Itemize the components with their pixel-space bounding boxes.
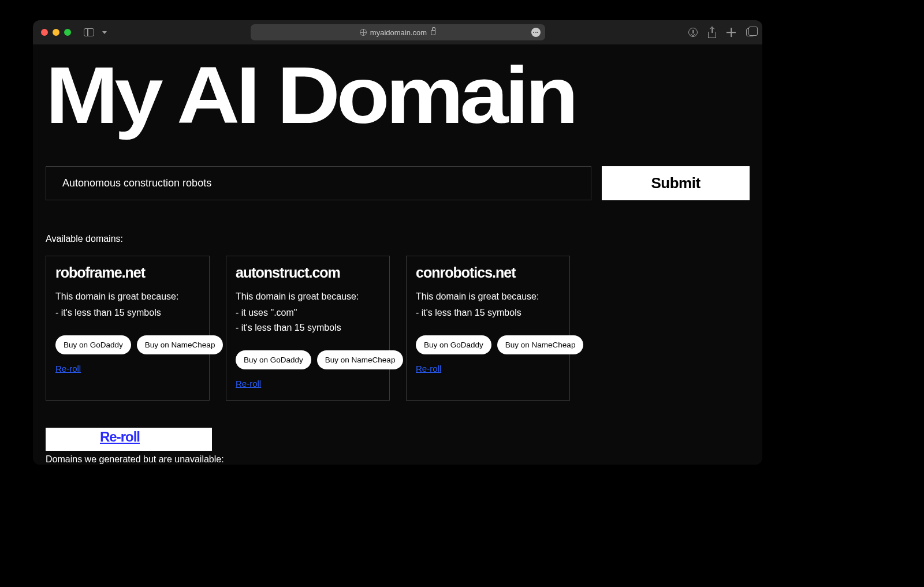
window-controls — [41, 29, 71, 36]
reason-item: - it's less than 15 symbols — [236, 323, 380, 333]
globe-icon — [360, 29, 367, 36]
domain-name: autonstruct.com — [236, 264, 380, 281]
unavailable-domains-label: Domains we generated but are unavailable… — [46, 454, 224, 465]
reroll-link[interactable]: Re-roll — [55, 364, 81, 373]
reason-item: - it's less than 15 symbols — [55, 308, 200, 318]
address-url: myaidomain.com — [370, 28, 427, 37]
reroll-link[interactable]: Re-roll — [416, 364, 441, 373]
buy-namecheap-button[interactable]: Buy on NameCheap — [497, 335, 584, 354]
lock-icon — [431, 30, 435, 35]
idea-input[interactable] — [46, 166, 591, 200]
search-row: Submit — [46, 166, 750, 200]
reason-item: - it's less than 15 symbols — [416, 308, 560, 318]
sidebar-toggle-icon[interactable] — [84, 28, 94, 36]
reason-intro: This domain is great because: — [55, 291, 200, 302]
chevron-down-icon[interactable] — [102, 31, 107, 34]
domain-name: roboframe.net — [55, 264, 200, 281]
big-reroll-label: Re-roll — [100, 429, 140, 445]
new-tab-icon[interactable] — [726, 28, 736, 37]
domain-card: roboframe.net This domain is great becau… — [46, 256, 210, 401]
buy-row: Buy on GoDaddy Buy on NameCheap — [236, 350, 380, 369]
reroll-link[interactable]: Re-roll — [236, 379, 261, 388]
browser-window: myaidomain.com My AI Domain Submit Avail… — [33, 20, 762, 465]
buy-godaddy-button[interactable]: Buy on GoDaddy — [55, 335, 131, 354]
downloads-icon[interactable] — [688, 28, 698, 37]
page-title: My AI Domain — [46, 59, 762, 132]
minimize-icon[interactable] — [53, 29, 59, 36]
browser-toolbar: myaidomain.com — [33, 20, 762, 44]
reason-intro: This domain is great because: — [236, 291, 380, 302]
buy-row: Buy on GoDaddy Buy on NameCheap — [55, 335, 200, 354]
ellipsis-icon[interactable] — [531, 28, 541, 37]
big-reroll-container: Re-roll — [46, 428, 212, 453]
share-icon[interactable] — [708, 32, 716, 38]
buy-namecheap-button[interactable]: Buy on NameCheap — [137, 335, 223, 354]
domain-cards: roboframe.net This domain is great becau… — [46, 256, 750, 401]
reason-item: - it uses ".com" — [236, 308, 380, 318]
domain-card: conrobotics.net This domain is great bec… — [406, 256, 570, 401]
available-domains-label: Available domains: — [46, 234, 750, 244]
buy-godaddy-button[interactable]: Buy on GoDaddy — [416, 335, 491, 354]
submit-button[interactable]: Submit — [602, 166, 750, 200]
big-reroll-button[interactable]: Re-roll — [46, 428, 212, 451]
page-content: My AI Domain Submit Available domains: r… — [33, 44, 762, 465]
toolbar-right-icons — [688, 28, 754, 37]
reason-intro: This domain is great because: — [416, 291, 560, 302]
tabs-overview-icon[interactable] — [746, 28, 754, 36]
maximize-icon[interactable] — [64, 29, 71, 36]
buy-row: Buy on GoDaddy Buy on NameCheap — [416, 335, 560, 354]
domain-name: conrobotics.net — [416, 264, 560, 281]
address-bar[interactable]: myaidomain.com — [251, 24, 545, 40]
close-icon[interactable] — [41, 29, 48, 36]
domain-card: autonstruct.com This domain is great bec… — [226, 256, 390, 401]
buy-godaddy-button[interactable]: Buy on GoDaddy — [236, 350, 311, 369]
buy-namecheap-button[interactable]: Buy on NameCheap — [317, 350, 404, 369]
